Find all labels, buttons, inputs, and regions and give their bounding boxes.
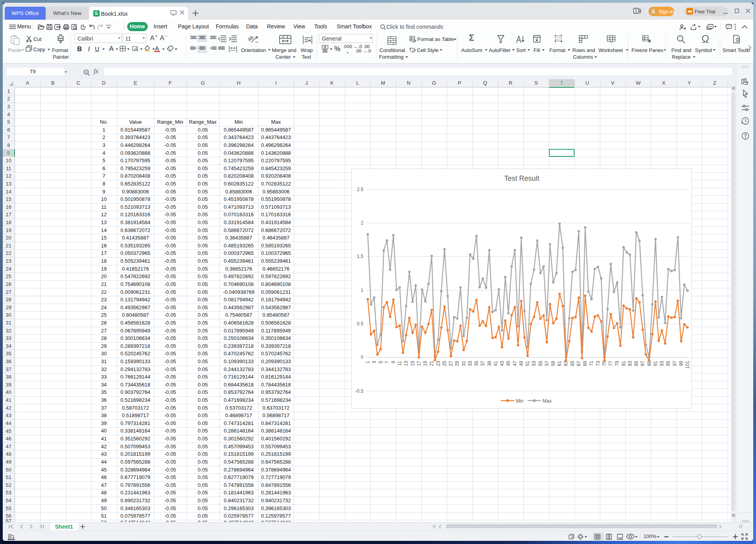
svg-text:27: 27 — [448, 360, 454, 366]
svg-text:87: 87 — [640, 360, 645, 366]
svg-text:45: 45 — [506, 360, 511, 366]
svg-text:1: 1 — [635, 9, 637, 13]
svg-text:13: 13 — [403, 360, 409, 366]
svg-text:23: 23 — [435, 360, 441, 366]
svg-text:7: 7 — [384, 360, 390, 363]
svg-text:39: 39 — [487, 360, 492, 366]
svg-text:101: 101 — [685, 360, 690, 368]
svg-text:3: 3 — [371, 360, 377, 363]
svg-text:0.5: 0.5 — [357, 321, 363, 327]
svg-text:77: 77 — [608, 360, 613, 366]
svg-text:79: 79 — [614, 360, 620, 366]
svg-text:Min: Min — [516, 398, 523, 403]
svg-text:21: 21 — [429, 360, 434, 366]
svg-text:71: 71 — [589, 360, 594, 366]
svg-text:85: 85 — [634, 360, 639, 366]
svg-text:55: 55 — [538, 360, 543, 366]
svg-text:ab: ab — [248, 34, 254, 42]
svg-text:53: 53 — [531, 360, 537, 366]
svg-text:Test Result: Test Result — [504, 174, 539, 182]
svg-text:81: 81 — [621, 360, 626, 366]
svg-text:69: 69 — [582, 360, 588, 366]
svg-text:61: 61 — [557, 360, 562, 366]
svg-text:67: 67 — [576, 360, 582, 366]
svg-text:31: 31 — [461, 360, 467, 366]
svg-text:73: 73 — [595, 360, 601, 366]
svg-text:93: 93 — [659, 360, 665, 366]
svg-text:83: 83 — [627, 360, 633, 366]
svg-text:99: 99 — [678, 360, 684, 366]
svg-text:35: 35 — [474, 360, 479, 366]
svg-text:2: 2 — [361, 220, 363, 226]
svg-text:29: 29 — [454, 360, 460, 366]
svg-text:97: 97 — [672, 360, 678, 366]
svg-text:11: 11 — [397, 360, 402, 366]
svg-text:19: 19 — [422, 360, 428, 366]
svg-text:L: L — [571, 536, 573, 539]
svg-text:57: 57 — [544, 360, 550, 366]
svg-text:25: 25 — [442, 360, 447, 366]
svg-text:59: 59 — [550, 360, 556, 366]
svg-text:91: 91 — [653, 360, 658, 366]
svg-text:1.5: 1.5 — [357, 254, 363, 259]
svg-text:-0.5: -0.5 — [355, 388, 363, 394]
svg-text:0: 0 — [361, 355, 363, 360]
svg-text:1: 1 — [361, 287, 363, 293]
svg-text:51: 51 — [525, 360, 530, 366]
svg-text:15: 15 — [410, 360, 415, 366]
svg-text:P: P — [56, 25, 59, 29]
svg-text:2.5: 2.5 — [357, 186, 363, 192]
svg-text:9: 9 — [391, 360, 396, 363]
svg-text:1: 1 — [365, 360, 371, 363]
svg-text:33: 33 — [467, 360, 473, 366]
svg-text:47: 47 — [512, 360, 518, 366]
svg-text:43: 43 — [499, 360, 505, 366]
svg-text:41: 41 — [493, 360, 498, 366]
svg-text:65: 65 — [570, 360, 575, 366]
svg-text:37: 37 — [480, 360, 485, 366]
svg-text:Max: Max — [543, 398, 552, 403]
svg-text:17: 17 — [416, 360, 422, 366]
svg-text:5: 5 — [378, 360, 384, 363]
svg-text:49: 49 — [519, 360, 524, 366]
svg-text:95: 95 — [665, 360, 671, 366]
